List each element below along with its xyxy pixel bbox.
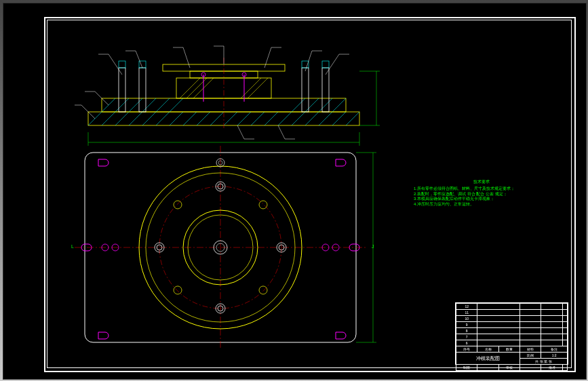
svg-line-19 [332,112,346,125]
notes-title: 技术要求 [414,180,549,185]
svg-line-11 [224,112,237,125]
svg-line-27 [170,98,183,112]
svg-line-57 [109,54,122,75]
svg-line-3 [115,112,129,125]
svg-line-17 [305,112,319,125]
svg-line-2 [102,112,115,125]
svg-line-10 [210,112,224,125]
svg-line-4 [129,112,142,125]
svg-point-101 [259,201,267,209]
svg-line-25 [142,98,156,112]
svg-rect-44 [119,61,125,68]
title-block: 12 11 10 9 8 7 6 序号名称数量材料备注 冲模装配图比例1:2 共… [455,302,568,365]
section-marker-right: J [372,244,374,249]
svg-line-12 [237,112,251,125]
svg-line-18 [319,112,332,125]
svg-line-29 [305,98,319,112]
svg-line-9 [197,112,210,125]
col-qty: 数量 [498,346,520,353]
svg-line-61 [183,47,190,68]
svg-line-26 [156,98,170,112]
svg-rect-41 [139,68,146,112]
svg-line-14 [264,112,278,125]
svg-point-103 [259,286,267,294]
title-block-table: 12 11 10 9 8 7 6 序号名称数量材料备注 冲模装配图比例1:2 共… [456,303,568,371]
col-name: 名称 [477,346,498,353]
plan-view [75,146,376,349]
svg-line-31 [332,98,346,112]
elevation-view [75,46,380,146]
svg-point-102 [174,201,182,209]
svg-line-7 [170,112,183,125]
svg-line-38 [248,78,268,98]
svg-line-20 [346,112,359,125]
cad-viewport: L J 技术要求 1.所有零件必须符合图纸、材料、尺寸及技术规定要求； 2.装配… [3,3,587,380]
svg-line-73 [278,125,285,139]
notes-line4: 4.冲压时压力应均匀、正常运转。 [414,202,549,207]
svg-line-34 [180,78,200,98]
notes-line1: 1.所有零件必须符合图纸、材料、尺寸及技术规定要求； [414,186,549,192]
svg-line-13 [251,112,264,125]
drawing-border-inner: L J 技术要求 1.所有零件必须符合图纸、材料、尺寸及技术规定要求； 2.装配… [47,20,572,368]
svg-line-6 [156,112,170,125]
svg-line-71 [237,125,244,139]
svg-line-28 [292,98,305,112]
col-mat: 材料 [520,346,541,353]
svg-rect-47 [322,61,329,68]
svg-line-16 [292,112,305,125]
svg-rect-42 [302,68,309,112]
col-remark: 备注 [541,346,568,353]
svg-line-15 [278,112,292,125]
svg-line-65 [264,47,271,68]
svg-point-104 [174,286,182,294]
svg-line-23 [115,98,129,112]
svg-line-5 [142,112,156,125]
drawing-title: 冲模装配图 [456,353,520,365]
svg-line-69 [326,54,339,75]
svg-line-24 [129,98,142,112]
svg-line-30 [319,98,332,112]
section-marker-left: L [71,244,74,249]
svg-line-8 [183,112,197,125]
col-index: 序号 [456,346,477,353]
technical-notes: 技术要求 1.所有零件必须符合图纸、材料、尺寸及技术规定要求； 2.装配时，零件… [414,180,549,207]
